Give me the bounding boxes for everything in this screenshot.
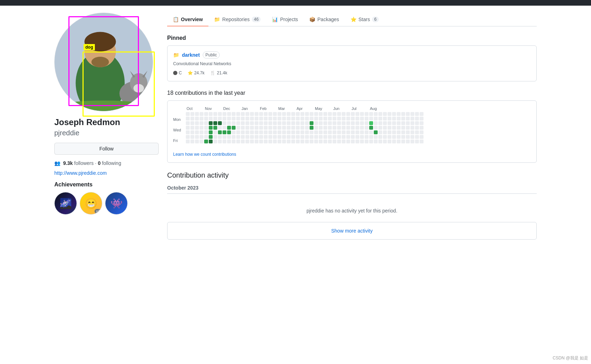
contrib-cell <box>337 140 341 143</box>
contrib-cell <box>342 117 346 121</box>
contrib-cell <box>245 126 249 130</box>
contrib-cell <box>323 140 327 143</box>
contrib-cell <box>323 130 327 134</box>
contrib-cell <box>378 117 382 121</box>
follow-button[interactable]: Follow <box>54 143 159 155</box>
tab-repositories[interactable]: 📁 Repositories 46 <box>208 13 266 26</box>
contrib-cell <box>227 126 231 130</box>
contrib-cell <box>383 121 387 125</box>
contrib-week <box>287 112 291 149</box>
day-label-fri: Fri <box>173 138 184 143</box>
contrib-cell <box>351 130 355 134</box>
followers-info: 👥 9.3k followers · 0 following <box>54 160 159 166</box>
contrib-cell <box>264 117 268 121</box>
contrib-cell <box>227 117 231 121</box>
contrib-cell <box>209 130 213 134</box>
contrib-cell <box>255 130 258 134</box>
contrib-cell <box>232 117 236 121</box>
contrib-cell <box>374 140 378 143</box>
contrib-cell <box>310 112 313 116</box>
tab-stars[interactable]: ⭐ Stars 6 <box>345 13 384 26</box>
contrib-cell <box>314 135 318 139</box>
contrib-cell <box>300 121 304 125</box>
contrib-cell <box>397 126 401 130</box>
contrib-cell <box>223 130 226 134</box>
contrib-cell <box>392 140 396 143</box>
contrib-cell <box>333 126 336 130</box>
contrib-cell <box>223 135 226 139</box>
tab-projects[interactable]: 📊 Projects <box>266 13 304 26</box>
contrib-cell <box>378 130 382 134</box>
contrib-cell <box>200 130 203 134</box>
contrib-cell <box>360 140 364 143</box>
month-oct: Oct <box>187 106 205 111</box>
contrib-cell <box>342 121 346 125</box>
contrib-cell <box>200 126 203 130</box>
contrib-cell <box>355 117 359 121</box>
contrib-cell <box>287 126 291 130</box>
contrib-cell <box>250 130 254 134</box>
contrib-cell <box>287 135 291 139</box>
contrib-cell <box>388 140 391 143</box>
contrib-cell <box>360 121 364 125</box>
contrib-cell <box>397 130 401 134</box>
learn-contributions-link[interactable]: Learn how we count contributions <box>173 152 531 157</box>
tab-overview[interactable]: 📋 Overview <box>167 13 208 26</box>
contrib-cell <box>278 117 281 121</box>
achievement-badge-monster[interactable] <box>105 192 128 215</box>
achievement-badge-star[interactable]: x4 <box>80 192 102 215</box>
contrib-cell <box>200 140 203 143</box>
contrib-cell <box>355 126 359 130</box>
contrib-cell <box>305 130 309 134</box>
contrib-cell <box>245 112 249 116</box>
stars-count-badge: 6 <box>372 17 379 22</box>
day-labels: Mon Wed Fri <box>173 112 184 149</box>
contrib-cell <box>406 140 410 143</box>
contrib-cell <box>209 135 213 139</box>
repo-name-link[interactable]: darknet <box>182 52 200 58</box>
contrib-cell <box>204 130 208 134</box>
contrib-cell <box>241 117 245 121</box>
contrib-week <box>195 112 199 149</box>
contrib-cell <box>268 121 272 125</box>
contrib-cell <box>346 117 350 121</box>
contrib-cell <box>213 121 217 125</box>
contrib-cell <box>259 130 263 134</box>
contrib-cell <box>209 121 213 125</box>
contrib-week <box>319 112 323 149</box>
contrib-cell <box>227 135 231 139</box>
contrib-cell <box>333 117 336 121</box>
contrib-cell <box>232 121 236 125</box>
contrib-cell <box>406 130 410 134</box>
contrib-week <box>415 112 419 149</box>
contrib-cell <box>415 112 419 116</box>
contrib-cell <box>273 130 277 134</box>
website-link[interactable]: http://www.pjreddie.com <box>54 170 159 176</box>
contrib-cell <box>365 130 368 134</box>
contrib-cell <box>273 126 277 130</box>
contrib-cell <box>282 121 286 125</box>
contrib-cell <box>383 117 387 121</box>
contrib-cell <box>314 117 318 121</box>
following-separator: · <box>95 160 97 166</box>
contrib-week <box>305 112 309 149</box>
contrib-cell <box>255 135 258 139</box>
contrib-cell <box>355 121 359 125</box>
contrib-week <box>323 112 327 149</box>
contrib-cell <box>410 112 414 116</box>
repo-stars-count: 24.7k <box>194 70 205 75</box>
contrib-week <box>365 112 368 149</box>
show-more-card: Show more activity <box>167 222 537 240</box>
contrib-cell <box>323 121 327 125</box>
contrib-cell <box>351 121 355 125</box>
contrib-cell <box>314 121 318 125</box>
achievement-badge-galaxy[interactable] <box>54 192 77 215</box>
contrib-cell <box>287 130 291 134</box>
show-more-activity-link[interactable]: Show more activity <box>331 228 372 234</box>
tab-packages[interactable]: 📦 Packages <box>304 13 345 26</box>
contrib-week <box>300 112 304 149</box>
contrib-cell <box>278 140 281 143</box>
stars-icon: ⭐ <box>351 17 357 22</box>
contrib-week <box>333 112 336 149</box>
day-label-empty3 <box>173 133 184 138</box>
